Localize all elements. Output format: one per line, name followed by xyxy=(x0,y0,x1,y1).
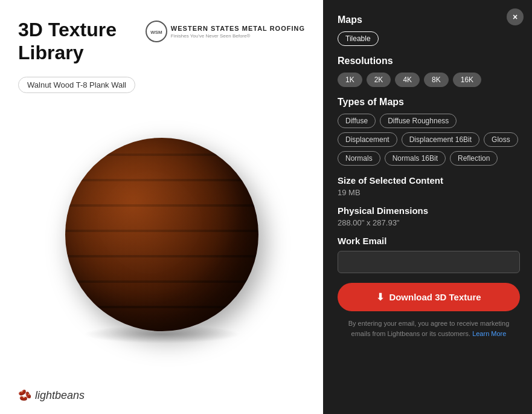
tag-4k[interactable]: 4K xyxy=(395,73,420,87)
tag-normals[interactable]: Normals xyxy=(338,151,380,166)
size-label: Size of Selected Content xyxy=(338,175,520,186)
brand-logo-icon: WSM xyxy=(146,21,167,42)
types-section-title: Types of Maps xyxy=(338,97,520,108)
resolutions-section-title: Resolutions xyxy=(338,56,520,66)
download-label: Download 3D Texture xyxy=(389,292,481,302)
tag-gloss[interactable]: Gloss xyxy=(484,132,518,147)
types-tags-row: Diffuse Diffuse Roughness Displacement D… xyxy=(338,114,520,166)
brand-name: WESTERN STATES METAL ROOFING xyxy=(171,25,305,32)
dimensions-label: Physical Dimensions xyxy=(338,205,520,216)
maps-tags-row: Tileable xyxy=(338,31,520,46)
tag-displacement[interactable]: Displacement xyxy=(338,132,397,147)
left-panel: 3D TextureLibrary WSM WESTERN STATES MET… xyxy=(0,0,323,414)
consent-text: By entering your email, you agree to rec… xyxy=(338,319,520,338)
lightbeans-logo: 🫘 lightbeans xyxy=(18,389,85,402)
download-icon: ⬇ xyxy=(376,291,384,303)
size-value: 19 MB xyxy=(338,188,520,197)
texture-sphere xyxy=(65,138,258,331)
tag-16k[interactable]: 16K xyxy=(453,73,481,87)
email-section: Work Email xyxy=(338,236,520,273)
right-panel: × Maps Tileable Resolutions 1K 2K 4K 8K … xyxy=(323,0,532,414)
close-button[interactable]: × xyxy=(507,8,524,25)
dimensions-value: 288.00" x 287.93" xyxy=(338,218,520,227)
tag-reflection[interactable]: Reflection xyxy=(450,151,498,166)
email-label: Work Email xyxy=(338,236,520,246)
sphere-container xyxy=(18,99,305,383)
learn-more-link[interactable]: Learn More xyxy=(472,330,506,337)
resolutions-tags-row: 1K 2K 4K 8K 16K xyxy=(338,73,520,87)
maps-section-title: Maps xyxy=(338,15,520,25)
size-section: Size of Selected Content 19 MB xyxy=(338,175,520,197)
download-button[interactable]: ⬇ Download 3D Texture xyxy=(338,283,520,311)
breadcrumb: Walnut Wood T-8 Plank Wall xyxy=(18,77,135,93)
brand-tagline: Finishes You've Never Seen Before® xyxy=(171,33,305,39)
tag-normals-16bit[interactable]: Normals 16Bit xyxy=(385,151,446,166)
tag-diffuse-roughness[interactable]: Diffuse Roughness xyxy=(380,114,457,128)
tag-2k[interactable]: 2K xyxy=(367,73,391,87)
tag-displacement-16bit[interactable]: Displacement 16Bit xyxy=(402,132,479,147)
tag-diffuse[interactable]: Diffuse xyxy=(338,114,376,128)
tag-8k[interactable]: 8K xyxy=(424,73,449,87)
tag-tileable[interactable]: Tileable xyxy=(338,31,379,46)
lightbeans-icon: 🫘 xyxy=(18,389,31,402)
dimensions-section: Physical Dimensions 288.00" x 287.93" xyxy=(338,205,520,227)
brand-logo: WSM WESTERN STATES METAL ROOFING Finishe… xyxy=(146,21,305,42)
email-input[interactable] xyxy=(338,251,520,273)
brand-logo-img: WSM WESTERN STATES METAL ROOFING Finishe… xyxy=(146,21,305,42)
svg-text:WSM: WSM xyxy=(150,30,162,35)
app-title: 3D TextureLibrary xyxy=(18,18,117,65)
logo-area: 3D TextureLibrary WSM WESTERN STATES MET… xyxy=(18,18,305,65)
tag-1k[interactable]: 1K xyxy=(338,73,362,87)
lightbeans-label: lightbeans xyxy=(35,389,85,402)
